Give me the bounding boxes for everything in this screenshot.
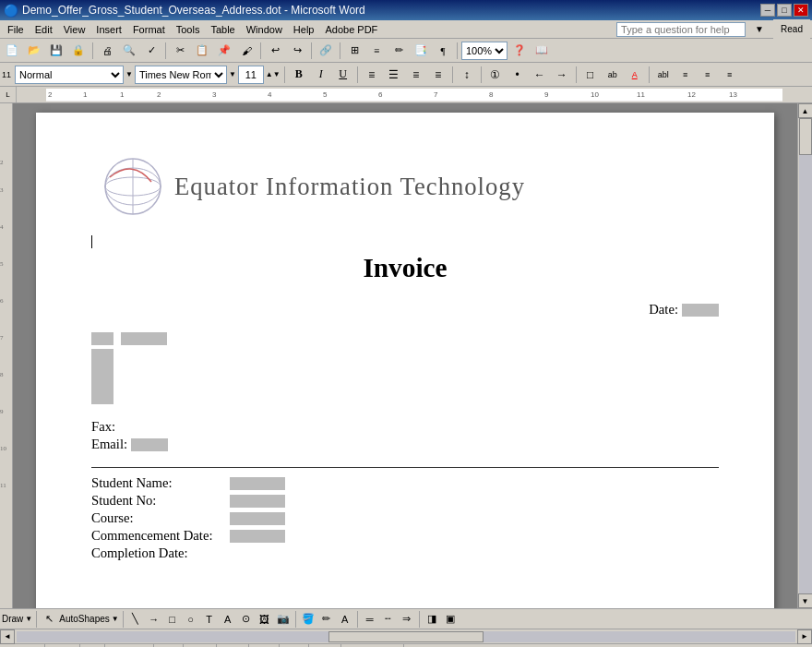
menu-table[interactable]: Table	[205, 22, 240, 37]
print-button[interactable]: 🖨	[97, 41, 117, 61]
help-icon-btn[interactable]: ❓	[509, 41, 530, 61]
rect-tool[interactable]: □	[164, 611, 181, 628]
open-button[interactable]: 📂	[24, 41, 44, 61]
dashstyle-tool[interactable]: ╌	[380, 611, 397, 628]
highlight-button[interactable]: ab	[603, 65, 623, 85]
document-page[interactable]: Equator Information Technology Invoice D…	[36, 113, 774, 608]
fontcolor-button[interactable]: A	[625, 65, 645, 85]
extra1-button[interactable]: abl	[653, 65, 674, 85]
align-left-button[interactable]: ≡	[362, 65, 382, 85]
menu-format[interactable]: Format	[127, 22, 171, 37]
3d-tool[interactable]: ▣	[442, 611, 459, 628]
date-value-box[interactable]	[682, 304, 719, 317]
ruler-v-5: 6	[0, 297, 4, 305]
document-area[interactable]: Equator Information Technology Invoice D…	[13, 103, 797, 608]
ruler-v-6: 7	[0, 334, 4, 341]
select-tool[interactable]: ↖	[41, 611, 57, 628]
invoice-title[interactable]: Invoice	[91, 253, 719, 283]
paste-button[interactable]: 📌	[214, 41, 234, 61]
menu-help[interactable]: Help	[288, 22, 320, 37]
underline-button[interactable]: U	[333, 65, 353, 85]
font-select[interactable]: Times New Roman	[135, 66, 227, 84]
shadow-tool[interactable]: ◨	[424, 611, 440, 628]
oval-tool[interactable]: ○	[183, 611, 199, 628]
textbox-tool[interactable]: T	[201, 611, 218, 628]
hscroll-track[interactable]	[17, 631, 795, 642]
spellingcheck-button[interactable]: ✓	[141, 41, 161, 61]
border-button[interactable]: □	[580, 65, 601, 85]
decrease-indent-button[interactable]: ←	[530, 65, 550, 85]
cursor-line[interactable]	[91, 233, 719, 249]
permission-button[interactable]: 🔒	[68, 41, 89, 61]
font-size-input[interactable]	[238, 66, 264, 84]
extra2-button[interactable]: ≡	[675, 65, 696, 85]
image-tool[interactable]: 📷	[275, 611, 292, 628]
italic-button[interactable]: I	[311, 65, 331, 85]
redo-button[interactable]: ↪	[287, 41, 307, 61]
table-button[interactable]: ⊞	[344, 41, 364, 61]
zoom-select[interactable]: 100%	[461, 42, 508, 60]
close-button[interactable]: ✕	[794, 4, 808, 17]
cut-button[interactable]: ✂	[170, 41, 190, 61]
menu-file[interactable]: File	[2, 22, 30, 37]
menu-adobepdf[interactable]: Adobe PDF	[319, 22, 383, 37]
menu-window[interactable]: Window	[241, 22, 288, 37]
showformatting-button[interactable]: ¶	[433, 41, 453, 61]
date-row: Date:	[91, 302, 719, 318]
save-button[interactable]: 💾	[46, 41, 66, 61]
ruler-num-2: 1	[83, 90, 87, 99]
formatpainter-button[interactable]: 🖌	[236, 41, 257, 61]
ruler-num-4: 2	[157, 90, 161, 99]
scroll-right-button[interactable]: ►	[797, 629, 812, 644]
arrow-tool[interactable]: →	[146, 611, 162, 628]
scroll-track[interactable]	[799, 118, 812, 593]
autoshapes-label[interactable]: AutoShapes	[59, 614, 110, 624]
line-tool[interactable]: ╲	[127, 611, 144, 628]
linespacing-button[interactable]: ↕	[457, 65, 477, 85]
bold-button[interactable]: B	[289, 65, 309, 85]
minimize-button[interactable]: ─	[760, 4, 775, 17]
fillcolor-tool[interactable]: 🪣	[300, 611, 316, 628]
menu-view[interactable]: View	[58, 22, 91, 37]
read-button[interactable]: Read	[773, 19, 810, 40]
draw-label[interactable]: Draw	[2, 614, 23, 624]
extra3-button[interactable]: ≡	[698, 65, 718, 85]
scrollbar-vertical[interactable]: ▲ ▼	[797, 103, 812, 608]
drawing-button[interactable]: ✏	[388, 41, 409, 61]
columns-button[interactable]: ≡	[366, 41, 387, 61]
scroll-thumb[interactable]	[799, 118, 812, 155]
fontcolor-tool[interactable]: A	[337, 611, 353, 628]
new-button[interactable]: 📄	[2, 41, 22, 61]
commencement-label: Commencement Date:	[91, 528, 230, 544]
numbering-button[interactable]: ①	[485, 65, 506, 85]
scroll-left-button[interactable]: ◄	[0, 629, 15, 644]
read-mode-btn[interactable]: 📖	[531, 41, 552, 61]
help-arrow[interactable]: ▼	[749, 22, 770, 36]
hscroll-thumb[interactable]	[328, 631, 484, 642]
hyperlink-button[interactable]: 🔗	[316, 41, 336, 61]
maximize-button[interactable]: □	[777, 4, 792, 17]
menu-tools[interactable]: Tools	[171, 22, 206, 37]
align-right-button[interactable]: ≡	[406, 65, 426, 85]
undo-button[interactable]: ↩	[265, 41, 285, 61]
extra4-button[interactable]: ≡	[720, 65, 740, 85]
arrowstyle-tool[interactable]: ⇒	[399, 611, 415, 628]
scroll-down-button[interactable]: ▼	[798, 593, 813, 608]
increase-indent-button[interactable]: →	[552, 65, 572, 85]
copy-button[interactable]: 📋	[192, 41, 212, 61]
docmap-button[interactable]: 📑	[411, 41, 431, 61]
help-search-input[interactable]	[616, 22, 746, 37]
scroll-up-button[interactable]: ▲	[798, 103, 813, 118]
diagram-tool[interactable]: ⊙	[238, 611, 255, 628]
linecolor-tool[interactable]: ✏	[318, 611, 335, 628]
wordart-tool[interactable]: A	[220, 611, 236, 628]
clipart-tool[interactable]: 🖼	[257, 611, 273, 628]
menu-insert[interactable]: Insert	[90, 22, 127, 37]
bullets-button[interactable]: •	[508, 65, 528, 85]
menu-edit[interactable]: Edit	[30, 22, 58, 37]
linestyle-tool[interactable]: ═	[362, 611, 378, 628]
justify-button[interactable]: ≡	[428, 65, 448, 85]
style-select[interactable]: Normal	[15, 66, 124, 84]
printpreview-button[interactable]: 🔍	[119, 41, 139, 61]
align-center-button[interactable]: ☰	[384, 65, 404, 85]
